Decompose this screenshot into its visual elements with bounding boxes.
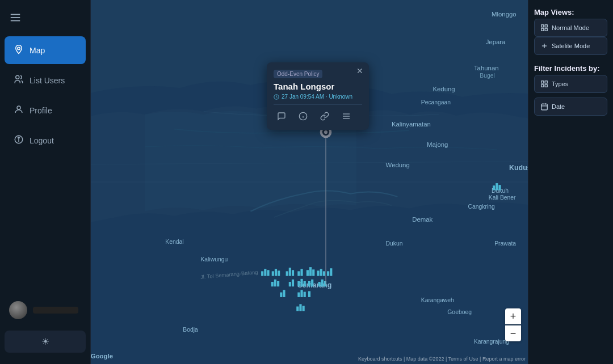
person-icon [14, 104, 24, 116]
svg-rect-42 [292, 270, 294, 276]
svg-text:Karangrajung: Karangrajung [474, 338, 509, 345]
svg-rect-38 [275, 269, 277, 276]
hamburger-menu[interactable] [0, 7, 90, 35]
map-pin-icon [14, 44, 24, 56]
svg-rect-99 [545, 84, 547, 87]
sidebar: Map List Users Profile [0, 0, 91, 364]
svg-rect-44 [300, 269, 303, 276]
popup-badge: Odd-Even Policy [274, 70, 322, 78]
svg-rect-36 [267, 270, 269, 276]
svg-point-80 [324, 130, 328, 134]
svg-text:Kudus: Kudus [509, 164, 528, 172]
svg-text:Kendal: Kendal [165, 239, 183, 245]
svg-rect-51 [327, 271, 329, 276]
svg-rect-76 [496, 183, 498, 190]
svg-rect-74 [303, 306, 305, 311]
svg-rect-48 [317, 270, 319, 276]
svg-rect-39 [278, 270, 280, 276]
sidebar-item-logout[interactable]: Logout [5, 126, 86, 154]
sidebar-item-profile[interactable]: Profile [5, 96, 86, 124]
normal-mode-button[interactable]: Normal Mode [534, 19, 607, 37]
svg-text:Cangkring: Cangkring [468, 204, 495, 210]
whatsapp-action-button[interactable] [274, 108, 289, 124]
sidebar-item-map-label: Map [30, 46, 45, 55]
popup-time: 27 Jan 09:54 AM · Unknown [274, 94, 362, 100]
avatar [9, 301, 27, 319]
popup-title: Tanah Longsor [274, 82, 362, 91]
svg-rect-77 [498, 185, 501, 190]
users-icon [14, 74, 24, 86]
svg-rect-53 [271, 282, 274, 286]
grid-icon-types [540, 80, 548, 88]
svg-text:Majong: Majong [427, 141, 448, 148]
svg-rect-49 [320, 269, 322, 276]
svg-rect-69 [300, 290, 303, 297]
sidebar-item-map[interactable]: Map [5, 36, 86, 64]
svg-rect-62 [311, 280, 313, 286]
svg-rect-63 [318, 282, 321, 286]
sun-icon: ☀ [41, 336, 49, 347]
svg-rect-55 [277, 281, 279, 286]
svg-rect-56 [289, 282, 291, 286]
svg-text:Google: Google [91, 353, 113, 359]
filter-incidents-title: Filter Incidents by: [534, 64, 607, 73]
svg-text:Wedung: Wedung [386, 162, 410, 168]
calendar-icon [540, 103, 548, 111]
clock-icon [274, 94, 279, 100]
svg-rect-50 [323, 271, 325, 276]
sidebar-user-section [0, 294, 90, 326]
svg-rect-58 [297, 281, 300, 286]
zoom-in-button[interactable]: + [505, 308, 521, 324]
zoom-out-button[interactable]: − [505, 325, 521, 341]
svg-text:Mlonggo: Mlonggo [492, 11, 517, 18]
username-label [33, 307, 78, 314]
svg-rect-40 [286, 271, 288, 276]
sidebar-item-list-users-label: List Users [30, 76, 65, 85]
sidebar-item-list-users[interactable]: List Users [5, 66, 86, 94]
svg-rect-66 [280, 293, 282, 297]
svg-rect-52 [330, 268, 332, 276]
filter-types-button[interactable]: Types [534, 75, 607, 93]
grid-icon-normal [540, 24, 548, 32]
svg-rect-60 [304, 281, 306, 286]
svg-rect-71 [308, 291, 310, 297]
svg-text:Jepara: Jepara [486, 39, 506, 45]
incident-popup: Odd-Even Policy ✕ Tanah Longsor 27 Jan 0… [267, 62, 369, 130]
svg-rect-54 [274, 280, 276, 286]
svg-text:Kedung: Kedung [433, 86, 455, 92]
svg-rect-73 [299, 304, 301, 311]
svg-rect-90 [541, 25, 544, 27]
svg-rect-92 [541, 28, 544, 31]
satellite-mode-button[interactable]: Satelite Mode [534, 37, 607, 55]
filter-date-button[interactable]: Date [534, 98, 607, 116]
svg-text:Prawata: Prawata [494, 240, 516, 247]
svg-text:Pecangaan: Pecangaan [421, 99, 451, 105]
popup-close-button[interactable]: ✕ [356, 67, 363, 75]
theme-toggle-button[interactable]: ☀ [5, 331, 86, 353]
svg-rect-91 [545, 25, 547, 27]
svg-text:Kali Bener: Kali Bener [489, 194, 516, 201]
svg-rect-45 [306, 270, 309, 276]
svg-rect-35 [264, 269, 266, 276]
info-action-button[interactable] [295, 108, 311, 124]
svg-point-5 [17, 106, 20, 109]
svg-rect-68 [297, 293, 300, 297]
svg-rect-75 [493, 185, 495, 190]
svg-text:Dukun: Dukun [386, 240, 403, 247]
sidebar-item-profile-label: Profile [30, 106, 52, 115]
more-action-button[interactable] [338, 108, 354, 124]
svg-rect-47 [312, 269, 314, 276]
link-action-button[interactable] [317, 108, 333, 124]
map-area[interactable]: Mlonggo Jepara Tahunan Bugel Kedung Peca… [91, 0, 528, 364]
sidebar-spacer [0, 155, 90, 294]
satellite-icon [540, 42, 548, 50]
svg-rect-41 [289, 268, 291, 276]
svg-point-3 [18, 47, 20, 50]
svg-text:Kaliwungu: Kaliwungu [200, 256, 228, 263]
map-views-title: Map Views: [534, 8, 607, 16]
svg-rect-72 [296, 307, 299, 311]
svg-text:Goeboeg: Goeboeg [447, 309, 472, 315]
sidebar-item-logout-label: Logout [30, 136, 54, 145]
svg-rect-98 [541, 84, 544, 87]
svg-text:Tahunan: Tahunan [474, 65, 499, 71]
